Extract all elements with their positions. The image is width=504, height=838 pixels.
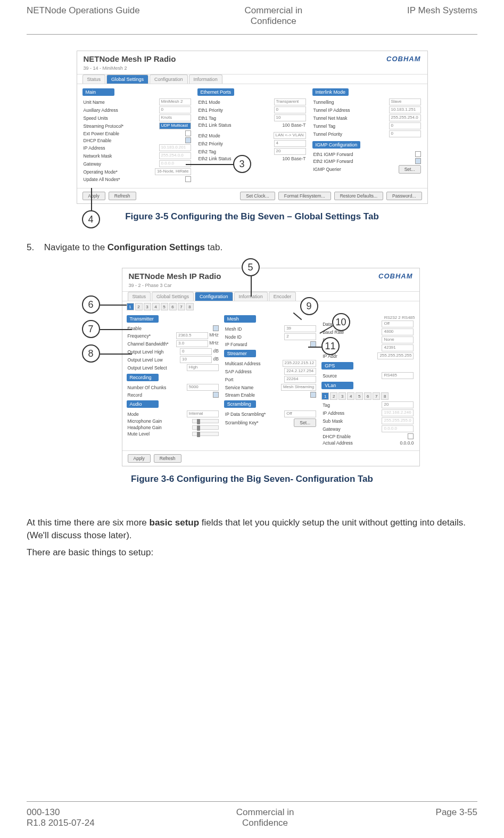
dhcp-enable-checkbox[interactable]: [185, 137, 191, 143]
body-p1-bold: basic setup: [150, 517, 200, 528]
callout-4-line: [91, 188, 92, 210]
bandwidth-select[interactable]: 3.0: [176, 340, 208, 347]
tab2-status[interactable]: Status: [128, 292, 151, 301]
body-p1-pre: At this time there are six more: [27, 517, 150, 528]
numtab-2[interactable]: 2: [135, 303, 143, 310]
out-high-input[interactable]: 0: [180, 348, 212, 355]
apply-button-2[interactable]: Apply: [128, 454, 151, 463]
set-clock-button[interactable]: Set Clock...: [240, 192, 275, 200]
numtab-7[interactable]: 7: [178, 303, 185, 310]
footer-right: Page 3-55: [436, 807, 477, 828]
mesh-id-input[interactable]: 39: [284, 325, 316, 332]
eth2-igmp-checkbox[interactable]: [415, 158, 421, 164]
streamer-header: Streamer: [224, 350, 256, 357]
eth2-priority-input[interactable]: 4: [274, 140, 306, 147]
aux-address-input[interactable]: 0: [159, 106, 191, 113]
vlan-tab-5[interactable]: 5: [356, 392, 363, 400]
eth1-igmp-checkbox[interactable]: [415, 151, 421, 157]
step-5-pre: Navigate to the: [44, 242, 108, 252]
eth1-priority-input[interactable]: 0: [274, 106, 306, 113]
tab2-global[interactable]: Global Settings: [152, 292, 194, 301]
out-low-label: Output Level Low: [128, 357, 163, 363]
igmp-set-button[interactable]: Set...: [399, 165, 421, 174]
password-button[interactable]: Password...: [386, 192, 422, 200]
tunnel-mask-input[interactable]: 255.255.254.0: [389, 114, 421, 121]
tab2-encoder[interactable]: Encoder: [269, 292, 296, 301]
vlan-tag-input[interactable]: 20: [382, 401, 414, 408]
numtab-4[interactable]: 4: [152, 303, 160, 310]
numtab-6[interactable]: 6: [169, 303, 177, 310]
tab-configuration[interactable]: Configuration: [150, 75, 188, 84]
vlan-tab-8[interactable]: 8: [381, 392, 389, 400]
bottom-buttons-2: Apply Refresh: [122, 450, 419, 466]
headphone-slider[interactable]: [192, 425, 219, 430]
vlan-tab-1[interactable]: 1: [321, 392, 329, 400]
node-id-input[interactable]: 2: [284, 333, 316, 340]
vlan-tab-2[interactable]: 2: [330, 392, 337, 400]
tab-status[interactable]: Status: [82, 75, 106, 84]
tx-enable-checkbox[interactable]: [213, 325, 219, 331]
vlan-ip-input[interactable]: 192.168.2.246: [382, 409, 414, 416]
out-low-input[interactable]: 10: [180, 356, 212, 363]
tunnel-ip-input[interactable]: 10.183.1.251: [389, 106, 421, 113]
port-input[interactable]: 22264: [284, 376, 316, 383]
eth2-tag-input[interactable]: 20: [274, 148, 306, 155]
network-mask-input[interactable]: 255.254.0.0: [159, 152, 191, 159]
sap-input[interactable]: 224.2.127.254: [284, 368, 316, 375]
ip-addr-input[interactable]: 255.255.255.255: [377, 352, 414, 359]
eth1-tag-input[interactable]: 10: [274, 114, 306, 121]
update-all-checkbox[interactable]: [185, 176, 191, 182]
tab-information[interactable]: Information: [189, 75, 222, 84]
refresh-button[interactable]: Refresh: [109, 192, 136, 200]
unit-name-input[interactable]: MiniMesh 2: [159, 98, 191, 105]
record-checkbox[interactable]: [213, 392, 219, 398]
tunnel-priority-input[interactable]: 0: [389, 130, 421, 137]
scramble-set-button[interactable]: Set...: [294, 418, 316, 427]
multicast-input[interactable]: 235.222.215.12: [283, 360, 317, 367]
ip-port-input[interactable]: 42391: [382, 344, 414, 351]
tunnel-tag-input[interactable]: 0: [389, 122, 421, 129]
vlan-tab-4[interactable]: 4: [347, 392, 354, 400]
baud-select[interactable]: 4800: [382, 328, 414, 335]
data-select[interactable]: Off: [382, 321, 414, 327]
out-select[interactable]: High: [187, 364, 219, 371]
num-tabs: 1 2 3 4 5 6 7 8: [122, 301, 419, 312]
numtab-3[interactable]: 3: [144, 303, 151, 310]
sap-label: SAP Address: [225, 369, 252, 374]
tab-global-settings[interactable]: Global Settings: [106, 75, 148, 84]
op-mode-select[interactable]: 16-Node, HiRate: [155, 168, 191, 175]
apply-button[interactable]: Apply: [82, 192, 105, 200]
mute-slider[interactable]: [192, 432, 219, 436]
eth1-mode-select[interactable]: Transparent: [274, 98, 306, 105]
vlan-dhcp-checkbox[interactable]: [408, 433, 414, 439]
tab2-configuration[interactable]: Configuration: [195, 292, 233, 301]
parity-select[interactable]: None: [382, 336, 414, 343]
tunnelling-select[interactable]: Slave: [389, 98, 421, 105]
speed-units-select[interactable]: Knots: [159, 114, 191, 121]
vlan-tab-6[interactable]: 6: [364, 392, 371, 400]
ext-power-checkbox[interactable]: [185, 130, 191, 136]
mic-gain-slider[interactable]: [192, 419, 219, 423]
vlan-tab-7[interactable]: 7: [373, 392, 380, 400]
chunks-input[interactable]: 5000: [187, 384, 219, 391]
stream-enable-checkbox[interactable]: [310, 392, 316, 398]
callout-9: 9: [300, 297, 318, 315]
refresh-button-2[interactable]: Refresh: [154, 454, 181, 463]
frequency-input[interactable]: 2363.5: [176, 332, 208, 339]
numtab-8[interactable]: 8: [186, 303, 194, 310]
ip-address-input[interactable]: 10.183.0.201: [159, 144, 191, 151]
eth2-mode-select[interactable]: LAN <-> VLAN: [274, 132, 306, 139]
numtab-1[interactable]: 1: [127, 303, 134, 310]
format-fs-button[interactable]: Format Filesystem...: [278, 192, 331, 200]
streaming-proto-select[interactable]: UDP Multicast: [159, 122, 191, 129]
gps-source-select[interactable]: RS485: [382, 372, 414, 379]
vlan-tab-3[interactable]: 3: [338, 392, 346, 400]
restore-defaults-button[interactable]: Restore Defaults...: [334, 192, 383, 200]
service-name-input[interactable]: Mesh Streaming: [281, 384, 316, 391]
audio-mode-select[interactable]: Internal: [187, 410, 219, 417]
eth1-link-value: 100 Base-T: [283, 122, 306, 128]
scramble-select[interactable]: Off: [284, 410, 316, 417]
vlan-gw-input[interactable]: 0.0.0.0: [382, 425, 414, 432]
vlan-mask-input[interactable]: 255.255.255.0: [382, 417, 414, 424]
numtab-5[interactable]: 5: [161, 303, 168, 310]
